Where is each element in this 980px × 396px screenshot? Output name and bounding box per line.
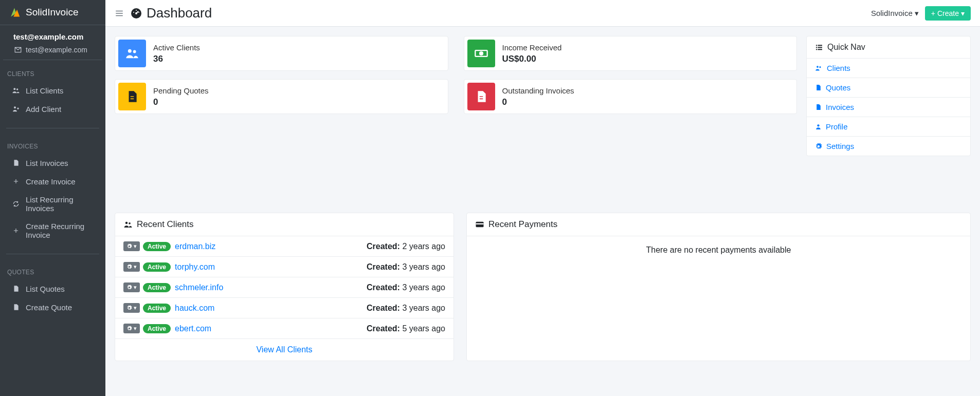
svg-point-4 (135, 12, 137, 14)
status-badge: Active (143, 304, 171, 313)
users-icon (11, 86, 21, 95)
sidebar-item-label: List Recurring Invoices (26, 195, 94, 213)
hamburger-icon[interactable] (115, 9, 124, 18)
svg-rect-13 (816, 47, 817, 48)
credit-card-icon (475, 220, 484, 229)
sidebar-item-label: List Quotes (26, 285, 65, 293)
quicknav-label: Quotes (826, 83, 850, 92)
panel-header: Recent Clients (115, 213, 453, 236)
client-row: ▾Activeerdman.bizCreated: 2 years ago (115, 236, 453, 256)
quicknav-profile[interactable]: Profile (807, 117, 970, 137)
envelope-icon (13, 45, 23, 54)
caret-down-icon: ▾ (915, 9, 919, 18)
nav-header-quotes: QUOTES (0, 263, 105, 279)
sidebar-item-list-recurring[interactable]: List Recurring Invoices (3, 191, 102, 217)
panel-title: Recent Payments (488, 219, 557, 230)
quicknav-label: Profile (826, 122, 848, 131)
stat-value: 0 (153, 97, 209, 107)
sidebar-item-add-client[interactable]: Add Client (3, 100, 102, 118)
view-all-clients-link[interactable]: View All Clients (115, 338, 453, 361)
panel-header: Recent Payments (467, 213, 970, 236)
quicknav-clients[interactable]: Clients (807, 59, 970, 78)
client-actions-button[interactable]: ▾ (123, 324, 140, 333)
stat-value: 36 (153, 54, 200, 64)
quicknav-invoices[interactable]: Invoices (807, 98, 970, 117)
create-button[interactable]: + Create ▾ (925, 6, 971, 21)
stat-pending-quotes: Pending Quotes 0 (115, 79, 448, 114)
user-email-row[interactable]: test@example.com (13, 45, 92, 54)
sidebar-item-list-clients[interactable]: List Clients (3, 82, 102, 99)
plus-icon: + (931, 9, 935, 17)
user-email: test@example.com (26, 46, 87, 54)
divider (6, 254, 99, 254)
client-link[interactable]: schmeler.info (175, 283, 223, 292)
caret-down-icon: ▾ (961, 9, 965, 17)
svg-point-19 (819, 66, 821, 68)
quicknav-settings[interactable]: Settings (807, 137, 970, 156)
money-icon (467, 40, 495, 67)
status-badge: Active (143, 242, 171, 251)
refresh-icon (11, 199, 21, 209)
empty-message: There are no recent payments available (467, 236, 970, 264)
client-actions-button[interactable]: ▾ (123, 262, 140, 272)
svg-point-2 (14, 106, 16, 108)
sidebar-item-list-invoices[interactable]: List Invoices (3, 154, 102, 172)
sidebar-item-label: Create Quote (26, 303, 72, 312)
panel-title: Recent Clients (137, 219, 194, 230)
topbar: Dashboard SolidInvoice ▾ + Create ▾ (105, 0, 980, 27)
caret-down-icon: ▾ (134, 305, 137, 311)
page-title: Dashboard (130, 5, 212, 21)
svg-point-5 (133, 12, 134, 13)
file-icon (467, 83, 495, 110)
sidebar-item-create-invoice[interactable]: Create Invoice (3, 173, 102, 190)
sidebar-item-create-recurring[interactable]: Create Recurring Invoice (3, 218, 102, 243)
brand-text: SolidInvoice (26, 7, 78, 18)
status-badge: Active (143, 283, 171, 292)
client-link[interactable]: erdman.biz (175, 242, 215, 251)
quicknav-label: Settings (826, 142, 854, 150)
svg-point-1 (16, 88, 18, 90)
client-actions-button[interactable]: ▾ (123, 241, 140, 251)
divider (6, 128, 99, 128)
user-icon (815, 123, 822, 130)
client-link[interactable]: hauck.com (175, 304, 214, 313)
sidebar-item-list-quotes[interactable]: List Quotes (3, 280, 102, 297)
users-icon (815, 64, 823, 72)
company-name: SolidInvoice (871, 9, 913, 17)
nav-header-clients: CLIENTS (0, 65, 105, 81)
svg-point-8 (128, 49, 132, 53)
client-link[interactable]: ebert.com (175, 324, 211, 333)
svg-point-20 (817, 124, 819, 126)
brand[interactable]: SolidInvoice (0, 0, 105, 25)
client-actions-button[interactable]: ▾ (123, 282, 140, 292)
stat-value: US$0.00 (502, 54, 562, 64)
company-dropdown[interactable]: SolidInvoice ▾ (871, 9, 919, 18)
client-created: Created: 3 years ago (367, 304, 445, 313)
client-row: ▾Activetorphy.comCreated: 3 years ago (115, 256, 453, 277)
nav-header-invoices: INVOICES (0, 138, 105, 153)
client-created: Created: 5 years ago (367, 324, 445, 333)
svg-point-7 (138, 12, 139, 13)
svg-point-11 (480, 52, 483, 55)
client-actions-button[interactable]: ▾ (123, 303, 140, 313)
user-title: test@example.com (13, 32, 92, 41)
sidebar-item-create-quote[interactable]: Create Quote (3, 298, 102, 316)
caret-down-icon: ▾ (134, 325, 137, 332)
sidebar-item-label: Create Invoice (26, 177, 76, 186)
sidebar-item-label: List Clients (26, 86, 63, 95)
quicknav-panel: Quick Nav Clients Quotes (806, 36, 971, 156)
quicknav-header: Quick Nav (807, 36, 970, 59)
svg-rect-17 (818, 49, 822, 50)
dashboard-icon (130, 7, 142, 20)
svg-point-6 (136, 10, 137, 11)
client-created: Created: 2 years ago (367, 242, 445, 251)
svg-rect-24 (476, 223, 484, 224)
quicknav-label: Clients (827, 64, 850, 72)
page-title-text: Dashboard (147, 5, 212, 21)
svg-point-22 (129, 222, 131, 224)
client-link[interactable]: torphy.com (175, 262, 215, 272)
plus-icon (11, 177, 21, 186)
status-badge: Active (143, 262, 171, 272)
quicknav-quotes[interactable]: Quotes (807, 78, 970, 98)
gear-icon (815, 143, 822, 150)
